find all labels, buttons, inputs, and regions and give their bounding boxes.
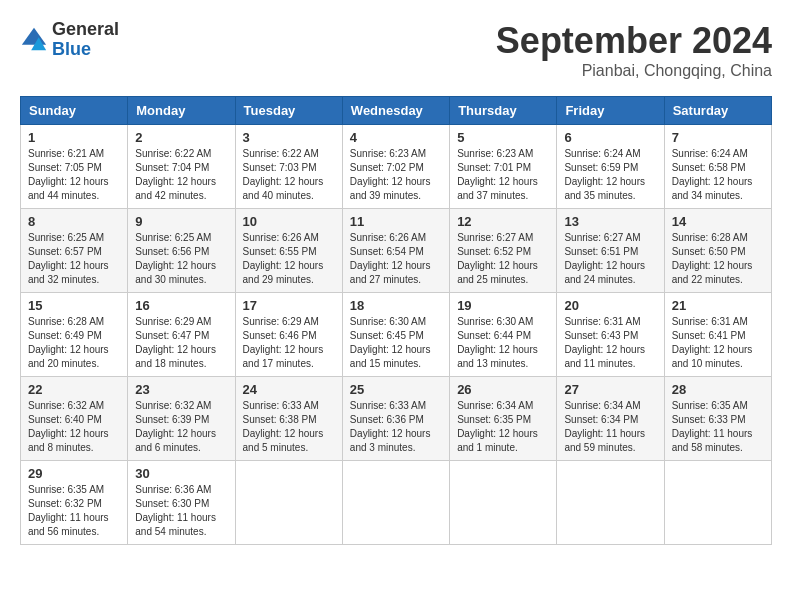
day-number: 8 — [28, 214, 120, 229]
day-number: 12 — [457, 214, 549, 229]
day-number: 18 — [350, 298, 442, 313]
day-info: Sunrise: 6:27 AMSunset: 6:51 PMDaylight:… — [564, 232, 645, 285]
day-number: 1 — [28, 130, 120, 145]
table-row: 26Sunrise: 6:34 AMSunset: 6:35 PMDayligh… — [450, 377, 557, 461]
title-block: September 2024 Pianbai, Chongqing, China — [496, 20, 772, 80]
day-info: Sunrise: 6:30 AMSunset: 6:44 PMDaylight:… — [457, 316, 538, 369]
day-info: Sunrise: 6:25 AMSunset: 6:57 PMDaylight:… — [28, 232, 109, 285]
day-info: Sunrise: 6:26 AMSunset: 6:54 PMDaylight:… — [350, 232, 431, 285]
day-info: Sunrise: 6:35 AMSunset: 6:32 PMDaylight:… — [28, 484, 109, 537]
table-row — [342, 461, 449, 545]
day-info: Sunrise: 6:22 AMSunset: 7:03 PMDaylight:… — [243, 148, 324, 201]
day-number: 17 — [243, 298, 335, 313]
day-info: Sunrise: 6:31 AMSunset: 6:43 PMDaylight:… — [564, 316, 645, 369]
table-row: 10Sunrise: 6:26 AMSunset: 6:55 PMDayligh… — [235, 209, 342, 293]
table-row: 9Sunrise: 6:25 AMSunset: 6:56 PMDaylight… — [128, 209, 235, 293]
calendar-table: Sunday Monday Tuesday Wednesday Thursday… — [20, 96, 772, 545]
day-info: Sunrise: 6:32 AMSunset: 6:40 PMDaylight:… — [28, 400, 109, 453]
table-row: 11Sunrise: 6:26 AMSunset: 6:54 PMDayligh… — [342, 209, 449, 293]
logo-general-text: General — [52, 20, 119, 40]
day-number: 10 — [243, 214, 335, 229]
day-number: 30 — [135, 466, 227, 481]
day-info: Sunrise: 6:29 AMSunset: 6:47 PMDaylight:… — [135, 316, 216, 369]
day-number: 6 — [564, 130, 656, 145]
table-row: 7Sunrise: 6:24 AMSunset: 6:58 PMDaylight… — [664, 125, 771, 209]
col-sunday: Sunday — [21, 97, 128, 125]
day-number: 13 — [564, 214, 656, 229]
day-number: 23 — [135, 382, 227, 397]
location: Pianbai, Chongqing, China — [496, 62, 772, 80]
day-info: Sunrise: 6:29 AMSunset: 6:46 PMDaylight:… — [243, 316, 324, 369]
day-info: Sunrise: 6:31 AMSunset: 6:41 PMDaylight:… — [672, 316, 753, 369]
calendar-row: 15Sunrise: 6:28 AMSunset: 6:49 PMDayligh… — [21, 293, 772, 377]
table-row: 18Sunrise: 6:30 AMSunset: 6:45 PMDayligh… — [342, 293, 449, 377]
logo-text: General Blue — [52, 20, 119, 60]
day-info: Sunrise: 6:24 AMSunset: 6:59 PMDaylight:… — [564, 148, 645, 201]
table-row: 1Sunrise: 6:21 AMSunset: 7:05 PMDaylight… — [21, 125, 128, 209]
table-row: 23Sunrise: 6:32 AMSunset: 6:39 PMDayligh… — [128, 377, 235, 461]
day-info: Sunrise: 6:23 AMSunset: 7:01 PMDaylight:… — [457, 148, 538, 201]
col-wednesday: Wednesday — [342, 97, 449, 125]
table-row: 21Sunrise: 6:31 AMSunset: 6:41 PMDayligh… — [664, 293, 771, 377]
calendar-row: 8Sunrise: 6:25 AMSunset: 6:57 PMDaylight… — [21, 209, 772, 293]
day-info: Sunrise: 6:26 AMSunset: 6:55 PMDaylight:… — [243, 232, 324, 285]
table-row: 30Sunrise: 6:36 AMSunset: 6:30 PMDayligh… — [128, 461, 235, 545]
col-thursday: Thursday — [450, 97, 557, 125]
col-monday: Monday — [128, 97, 235, 125]
day-info: Sunrise: 6:35 AMSunset: 6:33 PMDaylight:… — [672, 400, 753, 453]
table-row: 6Sunrise: 6:24 AMSunset: 6:59 PMDaylight… — [557, 125, 664, 209]
logo: General Blue — [20, 20, 119, 60]
day-number: 2 — [135, 130, 227, 145]
table-row: 24Sunrise: 6:33 AMSunset: 6:38 PMDayligh… — [235, 377, 342, 461]
table-row: 25Sunrise: 6:33 AMSunset: 6:36 PMDayligh… — [342, 377, 449, 461]
table-row: 8Sunrise: 6:25 AMSunset: 6:57 PMDaylight… — [21, 209, 128, 293]
day-info: Sunrise: 6:28 AMSunset: 6:50 PMDaylight:… — [672, 232, 753, 285]
table-row: 29Sunrise: 6:35 AMSunset: 6:32 PMDayligh… — [21, 461, 128, 545]
table-row: 27Sunrise: 6:34 AMSunset: 6:34 PMDayligh… — [557, 377, 664, 461]
table-row: 19Sunrise: 6:30 AMSunset: 6:44 PMDayligh… — [450, 293, 557, 377]
table-row: 13Sunrise: 6:27 AMSunset: 6:51 PMDayligh… — [557, 209, 664, 293]
day-info: Sunrise: 6:23 AMSunset: 7:02 PMDaylight:… — [350, 148, 431, 201]
day-number: 25 — [350, 382, 442, 397]
day-info: Sunrise: 6:32 AMSunset: 6:39 PMDaylight:… — [135, 400, 216, 453]
day-number: 16 — [135, 298, 227, 313]
day-number: 5 — [457, 130, 549, 145]
table-row: 16Sunrise: 6:29 AMSunset: 6:47 PMDayligh… — [128, 293, 235, 377]
day-info: Sunrise: 6:24 AMSunset: 6:58 PMDaylight:… — [672, 148, 753, 201]
day-number: 29 — [28, 466, 120, 481]
table-row: 17Sunrise: 6:29 AMSunset: 6:46 PMDayligh… — [235, 293, 342, 377]
day-info: Sunrise: 6:27 AMSunset: 6:52 PMDaylight:… — [457, 232, 538, 285]
day-info: Sunrise: 6:33 AMSunset: 6:38 PMDaylight:… — [243, 400, 324, 453]
col-saturday: Saturday — [664, 97, 771, 125]
calendar-header-row: Sunday Monday Tuesday Wednesday Thursday… — [21, 97, 772, 125]
day-info: Sunrise: 6:30 AMSunset: 6:45 PMDaylight:… — [350, 316, 431, 369]
day-info: Sunrise: 6:25 AMSunset: 6:56 PMDaylight:… — [135, 232, 216, 285]
table-row: 14Sunrise: 6:28 AMSunset: 6:50 PMDayligh… — [664, 209, 771, 293]
table-row — [664, 461, 771, 545]
col-tuesday: Tuesday — [235, 97, 342, 125]
month-title: September 2024 — [496, 20, 772, 62]
day-number: 22 — [28, 382, 120, 397]
page-header: General Blue September 2024 Pianbai, Cho… — [20, 20, 772, 80]
day-number: 19 — [457, 298, 549, 313]
table-row: 28Sunrise: 6:35 AMSunset: 6:33 PMDayligh… — [664, 377, 771, 461]
day-info: Sunrise: 6:22 AMSunset: 7:04 PMDaylight:… — [135, 148, 216, 201]
calendar-row: 29Sunrise: 6:35 AMSunset: 6:32 PMDayligh… — [21, 461, 772, 545]
table-row: 15Sunrise: 6:28 AMSunset: 6:49 PMDayligh… — [21, 293, 128, 377]
logo-icon — [20, 26, 48, 54]
day-number: 3 — [243, 130, 335, 145]
table-row: 12Sunrise: 6:27 AMSunset: 6:52 PMDayligh… — [450, 209, 557, 293]
day-number: 11 — [350, 214, 442, 229]
day-number: 21 — [672, 298, 764, 313]
table-row — [557, 461, 664, 545]
logo-blue-text: Blue — [52, 40, 119, 60]
day-number: 9 — [135, 214, 227, 229]
day-number: 7 — [672, 130, 764, 145]
day-number: 27 — [564, 382, 656, 397]
table-row — [235, 461, 342, 545]
col-friday: Friday — [557, 97, 664, 125]
table-row: 22Sunrise: 6:32 AMSunset: 6:40 PMDayligh… — [21, 377, 128, 461]
svg-marker-0 — [22, 28, 46, 45]
day-info: Sunrise: 6:33 AMSunset: 6:36 PMDaylight:… — [350, 400, 431, 453]
day-number: 15 — [28, 298, 120, 313]
